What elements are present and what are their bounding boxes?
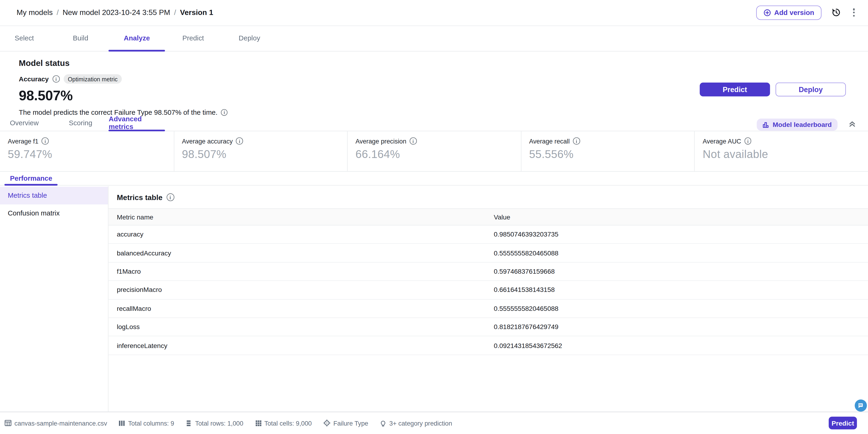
bar-chart-icon bbox=[762, 121, 770, 128]
plus-circle-icon bbox=[763, 9, 771, 17]
metric-name-cell: inferenceLatency bbox=[117, 342, 494, 349]
model-type-label: 3+ category prediction bbox=[389, 420, 452, 426]
metric-card-label: Average AUC bbox=[703, 138, 741, 144]
total-rows-item: Total rows: 1,000 bbox=[186, 420, 243, 426]
info-icon[interactable] bbox=[42, 138, 49, 145]
cells-grid-icon bbox=[255, 420, 261, 426]
tab-select[interactable]: Select bbox=[0, 26, 52, 51]
add-version-button[interactable]: Add version bbox=[756, 5, 821, 20]
rows-icon bbox=[186, 420, 192, 426]
metric-name-cell: f1Macro bbox=[117, 268, 494, 275]
table-row: logLoss 0.8182187676429749 bbox=[108, 318, 868, 337]
total-columns-label: Total columns: 9 bbox=[128, 420, 174, 426]
model-status-section: Model status Accuracy Optimization metri… bbox=[0, 52, 868, 115]
tab-performance[interactable]: Performance bbox=[4, 172, 58, 185]
metric-value-cell: 0.5555555820465088 bbox=[494, 305, 868, 312]
accuracy-info-icon[interactable] bbox=[53, 76, 60, 83]
table-row: accuracy 0.9850746393203735 bbox=[108, 226, 868, 244]
model-type-item: 3+ category prediction bbox=[380, 420, 452, 426]
dataset-file-label: canvas-sample-maintenance.csv bbox=[14, 420, 107, 426]
performance-sidebar: Metrics table Confusion matrix bbox=[0, 186, 108, 411]
table-header-row: Metric name Value bbox=[108, 208, 868, 225]
primary-tab-bar: Select Build Analyze Predict Deploy bbox=[0, 26, 868, 52]
breadcrumb-separator: / bbox=[174, 8, 176, 17]
column-header-value: Value bbox=[494, 213, 868, 221]
metric-card-label: Average recall bbox=[529, 138, 570, 144]
info-icon[interactable] bbox=[410, 138, 416, 145]
metric-value-cell: 0.09214318543672562 bbox=[494, 342, 868, 349]
breadcrumb-my-models[interactable]: My models bbox=[17, 8, 53, 17]
tab-deploy[interactable]: Deploy bbox=[221, 26, 278, 51]
metric-value-cell: 0.8182187676429749 bbox=[494, 323, 868, 331]
metric-name-cell: balancedAccuracy bbox=[117, 249, 494, 257]
columns-icon bbox=[119, 420, 125, 426]
metric-card-value: Not available bbox=[703, 148, 868, 161]
chat-bubble-icon bbox=[857, 402, 864, 409]
metric-card-average-precision: Average precision 66.164% bbox=[347, 132, 521, 171]
tab-advanced-metrics[interactable]: Advanced metrics bbox=[109, 115, 165, 131]
metric-name-cell: recallMacro bbox=[117, 305, 494, 312]
sidebar-item-metrics-table[interactable]: Metrics table bbox=[0, 187, 108, 204]
model-leaderboard-button[interactable]: Model leaderboard bbox=[756, 118, 837, 131]
metric-value-cell: 0.661641538143158 bbox=[494, 286, 868, 294]
optimization-metric-badge: Optimization metric bbox=[64, 74, 122, 84]
metrics-table-info-icon[interactable] bbox=[166, 193, 174, 201]
tab-overview[interactable]: Overview bbox=[0, 115, 52, 131]
table-row: balancedAccuracy 0.5555555820465088 bbox=[108, 244, 868, 262]
tab-build[interactable]: Build bbox=[52, 26, 108, 51]
metric-card-label: Average f1 bbox=[8, 138, 38, 144]
target-icon bbox=[323, 419, 331, 427]
metric-card-value: 59.747% bbox=[8, 148, 174, 161]
metric-summary-strip: Average f1 59.747% Average accuracy 98.5… bbox=[0, 132, 868, 172]
metrics-table: Metric name Value accuracy 0.98507463932… bbox=[108, 208, 868, 355]
metrics-table-panel: Metrics table Metric name Value accuracy… bbox=[108, 186, 868, 411]
metric-value-cell: 0.597468376159668 bbox=[494, 268, 868, 275]
version-history-icon[interactable] bbox=[831, 8, 841, 17]
metric-card-value: 98.507% bbox=[182, 148, 347, 161]
performance-content: Metrics table Confusion matrix Metrics t… bbox=[0, 186, 868, 411]
metric-card-average-recall: Average recall 55.556% bbox=[521, 132, 694, 171]
table-icon bbox=[4, 419, 12, 427]
table-row: inferenceLatency 0.09214318543672562 bbox=[108, 337, 868, 355]
total-cells-label: Total cells: 9,000 bbox=[265, 420, 312, 426]
model-status-title: Model status bbox=[19, 58, 849, 67]
metric-card-value: 55.556% bbox=[529, 148, 694, 161]
predict-button-bottom[interactable]: Predict bbox=[829, 416, 857, 430]
info-icon[interactable] bbox=[236, 138, 243, 145]
header-actions: Add version bbox=[756, 5, 857, 20]
metric-card-average-f1: Average f1 59.747% bbox=[0, 132, 174, 171]
target-column-item: Failure Type bbox=[323, 419, 368, 427]
app-header: My models / New model 2023-10-24 3:55 PM… bbox=[0, 0, 868, 26]
total-rows-label: Total rows: 1,000 bbox=[195, 420, 243, 426]
info-icon[interactable] bbox=[573, 138, 580, 145]
description-info-icon[interactable] bbox=[221, 109, 228, 116]
double-chevron-up-icon[interactable] bbox=[848, 120, 856, 127]
more-options-kebab-icon[interactable] bbox=[851, 7, 857, 18]
metric-value-cell: 0.5555555820465088 bbox=[494, 249, 868, 257]
metric-name-cell: logLoss bbox=[117, 323, 494, 331]
tab-scoring[interactable]: Scoring bbox=[52, 115, 108, 131]
model-leaderboard-label: Model leaderboard bbox=[773, 121, 832, 128]
tab-analyze[interactable]: Analyze bbox=[109, 26, 165, 51]
dataset-file-item: canvas-sample-maintenance.csv bbox=[4, 419, 107, 427]
table-row: precisionMacro 0.661641538143158 bbox=[108, 281, 868, 299]
metric-card-value: 66.164% bbox=[355, 148, 521, 161]
metrics-table-title: Metrics table bbox=[117, 193, 162, 201]
target-column-label: Failure Type bbox=[334, 420, 369, 426]
breadcrumb-separator: / bbox=[57, 8, 59, 17]
metric-card-label: Average precision bbox=[355, 138, 406, 144]
deploy-button[interactable]: Deploy bbox=[776, 83, 846, 96]
table-row: f1Macro 0.597468376159668 bbox=[108, 262, 868, 281]
predict-button[interactable]: Predict bbox=[700, 83, 770, 96]
table-row: recallMacro 0.5555555820465088 bbox=[108, 299, 868, 318]
total-columns-item: Total columns: 9 bbox=[119, 420, 174, 426]
tab-predict[interactable]: Predict bbox=[165, 26, 221, 51]
column-header-metric-name: Metric name bbox=[117, 213, 494, 221]
metric-name-cell: precisionMacro bbox=[117, 286, 494, 294]
breadcrumb-model-name[interactable]: New model 2023-10-24 3:55 PM bbox=[63, 8, 170, 17]
performance-tab-bar: Performance bbox=[0, 172, 868, 186]
info-icon[interactable] bbox=[744, 138, 751, 145]
total-cells-item: Total cells: 9,000 bbox=[255, 420, 312, 426]
breadcrumb: My models / New model 2023-10-24 3:55 PM… bbox=[17, 8, 213, 17]
sidebar-item-confusion-matrix[interactable]: Confusion matrix bbox=[0, 204, 108, 222]
